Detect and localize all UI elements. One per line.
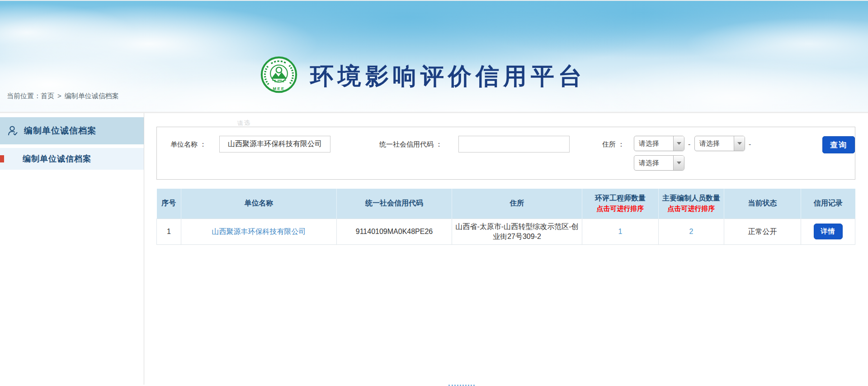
detail-button[interactable]: 详情 xyxy=(814,224,843,239)
col-header-credit-code: 统一社会信用代码 xyxy=(337,189,452,219)
credit-code-input[interactable] xyxy=(458,136,570,152)
address-label: 住所 ： xyxy=(602,136,624,152)
user-check-icon xyxy=(7,125,19,137)
table-header-row: 序号 单位名称 统一社会信用代码 住所 环评工程师数量 点击可进行排序 主要编制… xyxy=(157,189,855,219)
cell-engineer-count: 1 xyxy=(582,219,659,244)
chevron-down-icon[interactable] xyxy=(734,136,745,151)
body-wrap: 编制单位诚信档案 编制单位诚信档案 请选 单位名称 ： 统一社会信用代码 ： 住… xyxy=(0,113,868,385)
mee-logo-icon: MEE xyxy=(260,56,297,95)
province-select-value: 请选择 xyxy=(634,136,673,151)
table-row: 1 山西聚源丰环保科技有限公司 91140109MA0K48PE26 山西省-太… xyxy=(157,219,855,244)
cell-unit-name: 山西聚源丰环保科技有限公司 xyxy=(181,219,337,244)
breadcrumb-home-link[interactable]: 首页 xyxy=(41,92,54,100)
unit-name-link[interactable]: 山西聚源丰环保科技有限公司 xyxy=(212,228,306,235)
address-dash-2: - xyxy=(749,136,751,152)
site-banner: MEE 环境影响评价信用平台 当前位置：首页>编制单位诚信档案 xyxy=(0,0,868,113)
page-bottom-artifact xyxy=(448,383,475,386)
cell-address: 山西省-太原市-山西转型综改示范区-创业街27号309-2 xyxy=(452,219,582,244)
address-dash-1: - xyxy=(688,136,690,152)
mee-logo-text: MEE xyxy=(273,86,285,91)
result-table: 序号 单位名称 统一社会信用代码 住所 环评工程师数量 点击可进行排序 主要编制… xyxy=(156,189,855,245)
breadcrumb: 当前位置：首页>编制单位诚信档案 xyxy=(7,92,119,100)
col-header-status: 当前状态 xyxy=(724,189,801,219)
col-header-engineer-count-sort[interactable]: 环评工程师数量 点击可进行排序 xyxy=(582,189,659,219)
col-header-credit-record: 信用记录 xyxy=(801,189,855,219)
sidebar-section-archive[interactable]: 编制单位诚信档案 xyxy=(0,117,144,144)
col-header-unit-name: 单位名称 xyxy=(181,189,337,219)
credit-code-label: 统一社会信用代码 ： xyxy=(379,136,442,152)
active-item-marker xyxy=(0,155,4,162)
search-button[interactable]: 查询 xyxy=(822,136,855,153)
province-select[interactable]: 请选择 xyxy=(634,136,684,151)
ghost-artifact: 请选 xyxy=(237,118,251,128)
col-header-index: 序号 xyxy=(157,189,181,219)
editor-count-link[interactable]: 2 xyxy=(689,228,693,235)
sidebar: 编制单位诚信档案 编制单位诚信档案 xyxy=(0,113,144,385)
cell-status: 正常公开 xyxy=(724,219,801,244)
unit-name-input[interactable] xyxy=(219,136,330,152)
cell-credit-record: 详情 xyxy=(801,219,855,244)
chevron-down-icon[interactable] xyxy=(673,156,684,170)
col-header-editor-count-sort[interactable]: 主要编制人员数量 点击可进行排序 xyxy=(659,189,724,219)
search-panel: 请选 单位名称 ： 统一社会信用代码 ： 住所 ： 请选择 - 请选择 - 请选… xyxy=(156,127,855,180)
breadcrumb-prefix: 当前位置： xyxy=(7,92,41,100)
col-header-address: 住所 xyxy=(452,189,582,219)
page-title: 环境影响评价信用平台 xyxy=(310,64,586,88)
breadcrumb-separator: > xyxy=(57,92,61,100)
sort-hint: 点击可进行排序 xyxy=(659,205,724,213)
sidebar-item-label: 编制单位诚信档案 xyxy=(23,153,91,164)
district-select[interactable]: 请选择 xyxy=(634,155,684,171)
chevron-down-icon[interactable] xyxy=(673,136,684,151)
unit-name-label: 单位名称 ： xyxy=(170,136,206,152)
city-select[interactable]: 请选择 xyxy=(694,136,745,151)
city-select-value: 请选择 xyxy=(695,136,734,151)
cell-credit-code: 91140109MA0K48PE26 xyxy=(337,219,452,244)
cell-index: 1 xyxy=(157,219,181,244)
brand: MEE 环境影响评价信用平台 xyxy=(260,56,586,95)
page: MEE 环境影响评价信用平台 当前位置：首页>编制单位诚信档案 编制单位诚信档案… xyxy=(0,0,868,386)
sidebar-item-archive[interactable]: 编制单位诚信档案 xyxy=(0,148,144,170)
cell-editor-count: 2 xyxy=(659,219,724,244)
engineer-count-link[interactable]: 1 xyxy=(618,228,623,235)
district-select-value: 请选择 xyxy=(634,156,673,170)
main-content: 请选 单位名称 ： 统一社会信用代码 ： 住所 ： 请选择 - 请选择 - 请选… xyxy=(144,113,868,385)
sidebar-section-label: 编制单位诚信档案 xyxy=(24,125,96,137)
breadcrumb-current: 编制单位诚信档案 xyxy=(65,92,119,100)
sort-hint: 点击可进行排序 xyxy=(582,205,658,213)
